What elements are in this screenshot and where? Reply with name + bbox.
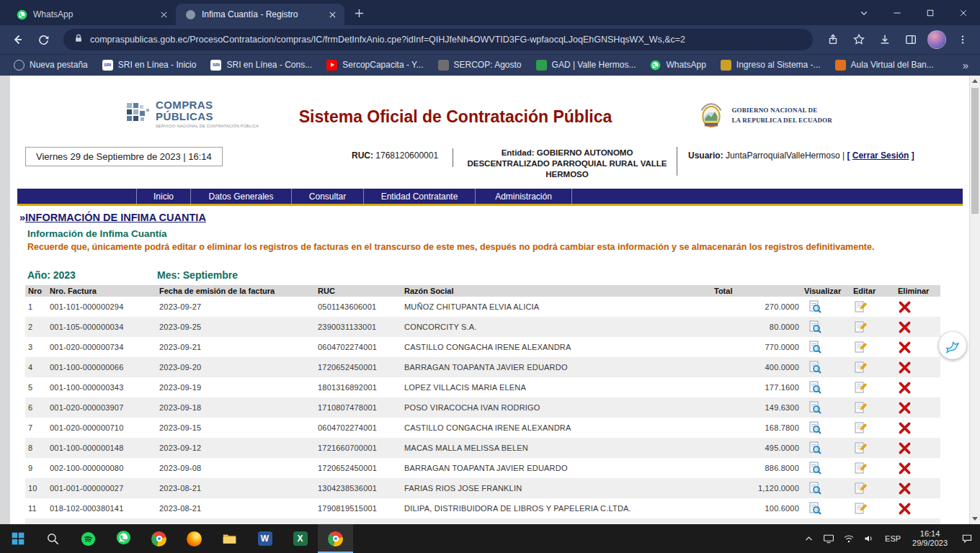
bookmark-star-icon[interactable] (847, 28, 870, 51)
eliminar-icon[interactable] (898, 381, 912, 395)
nav-item-administracion[interactable]: Administración (475, 189, 572, 204)
new-tab-button[interactable] (349, 3, 369, 23)
bookmark-sri-en-linea-inicio[interactable]: SRISRI en Línea - Inicio (96, 57, 203, 73)
cell-eliminar (895, 397, 940, 418)
taskbar-app-firefox[interactable] (177, 524, 212, 553)
visualizar-icon[interactable] (808, 421, 821, 434)
bookmarks-bar-items: Nueva pestañaSRISRI en Línea - InicioSRI… (7, 57, 958, 73)
bookmarks-overflow-chevron[interactable]: » (958, 59, 973, 71)
chrome-icon (151, 531, 166, 547)
floating-capture-widget[interactable] (939, 332, 966, 359)
maximize-button[interactable] (914, 0, 947, 25)
taskbar-app-chrome-active[interactable] (318, 524, 353, 553)
nav-item-entidad-contratante[interactable]: Entidad Contratante (363, 189, 475, 204)
eliminar-icon[interactable] (898, 300, 912, 314)
tray-chevron-up-icon[interactable] (801, 524, 816, 553)
bookmark-sri-en-linea-cons[interactable]: SRISRI en Línea - Cons... (204, 57, 318, 73)
notification-center-icon[interactable] (956, 524, 979, 553)
taskbar-app-word[interactable]: W (247, 524, 282, 553)
eliminar-icon[interactable] (898, 421, 912, 435)
eliminar-icon[interactable] (898, 341, 912, 354)
editar-icon[interactable] (854, 300, 867, 313)
nav-item-consultar[interactable]: Consultar (291, 189, 363, 204)
editar-icon[interactable] (854, 482, 867, 495)
editar-icon[interactable] (854, 401, 867, 414)
taskbar-app-spotify[interactable] (71, 524, 106, 553)
cell-total: 80.0000 (711, 317, 801, 337)
nav-item-inicio[interactable]: Inicio (136, 189, 190, 204)
taskbar-app-whatsapp[interactable] (106, 524, 141, 553)
tab-infima-cuantia[interactable]: Infima Cuantía - Registro (176, 4, 344, 25)
logout-link-text[interactable]: Cerrar Sesión (852, 150, 909, 161)
scroll-up-arrow[interactable] (970, 76, 980, 86)
eliminar-icon[interactable] (898, 462, 912, 475)
back-button[interactable] (6, 28, 29, 51)
bookmark-sercopcapacita-y[interactable]: SercopCapacita - Y... (320, 57, 429, 73)
visualizar-icon[interactable] (808, 401, 821, 414)
editar-icon[interactable] (854, 421, 867, 434)
taskbar-app-chrome[interactable] (141, 524, 177, 553)
taskbar-app-start[interactable] (0, 524, 35, 553)
bookmark-sercop-agosto[interactable]: SERCOP: Agosto (432, 57, 528, 73)
nav-item-datos-generales[interactable]: Datos Generales (190, 189, 291, 204)
eliminar-icon[interactable] (898, 320, 912, 334)
bookmark-whatsapp[interactable]: WhatsApp (643, 57, 712, 73)
visualizar-icon[interactable] (808, 482, 821, 495)
browser-menu-kebab-icon[interactable] (951, 28, 974, 51)
bookmark-aula-virtual-del-ban[interactable]: Aula Virtual del Ban... (829, 57, 940, 73)
scrollbar-thumb[interactable] (971, 88, 979, 214)
editar-icon[interactable] (854, 341, 867, 354)
eliminar-icon[interactable] (898, 502, 912, 516)
tray-network-icon[interactable] (841, 524, 857, 553)
visualizar-icon[interactable] (808, 502, 821, 515)
visualizar-icon[interactable] (808, 381, 821, 394)
profile-avatar[interactable] (925, 28, 948, 51)
bookmark-nueva-pestana[interactable]: Nueva pestaña (7, 57, 94, 73)
taskbar-app-excel[interactable]: X (282, 524, 318, 553)
government-block: GOBIERNO NACIONAL DE LA REPUBLICA DEL EC… (697, 102, 832, 130)
tab-close-icon[interactable] (326, 9, 339, 21)
tray-monitor-icon[interactable] (821, 524, 837, 553)
cell-nro: 8 (25, 438, 47, 458)
address-bar[interactable]: compraspublicas.gob.ec/ProcesoContrataci… (63, 29, 813, 50)
bookmark-gad-valle-hermos[interactable]: GAD | Valle Hermos... (530, 57, 643, 73)
tray-speaker-icon[interactable] (861, 524, 877, 553)
cell-nro: 5 (25, 377, 47, 397)
page-scrollbar[interactable] (969, 76, 980, 524)
taskbar-app-file-explorer[interactable] (212, 524, 247, 553)
visualizar-icon[interactable] (808, 300, 821, 313)
tab-search-chevron-icon[interactable] (847, 0, 881, 25)
editar-icon[interactable] (854, 502, 867, 515)
eliminar-icon[interactable] (898, 482, 912, 495)
language-indicator[interactable]: ESP (881, 534, 904, 543)
logout-link[interactable]: [ Cerrar Sesión ] (847, 150, 914, 161)
tab-close-icon[interactable] (158, 9, 170, 21)
eliminar-icon[interactable] (898, 361, 912, 374)
visualizar-icon[interactable] (808, 361, 821, 374)
invoices-table: NroNro. FacturaFecha de emisión de la fa… (25, 285, 940, 518)
visualizar-icon[interactable] (808, 320, 821, 333)
editar-icon[interactable] (854, 361, 867, 374)
share-icon[interactable] (821, 28, 845, 51)
cell-visualizar (801, 297, 850, 317)
bookmark-ingreso-al-sistema[interactable]: Ingreso al Sistema -... (714, 57, 827, 73)
visualizar-icon[interactable] (808, 441, 821, 454)
visualizar-icon[interactable] (808, 462, 821, 475)
minimize-button[interactable] (881, 0, 914, 25)
tab-whatsapp[interactable]: WhatsApp (7, 4, 176, 25)
visualizar-icon[interactable] (808, 341, 821, 354)
eliminar-icon[interactable] (898, 401, 912, 415)
close-window-button[interactable] (947, 0, 980, 25)
editar-icon[interactable] (854, 320, 867, 333)
eliminar-icon[interactable] (898, 441, 912, 455)
side-panel-icon[interactable] (899, 28, 922, 51)
editar-icon[interactable] (854, 441, 867, 454)
taskbar-app-search[interactable] (35, 524, 71, 553)
editar-icon[interactable] (854, 381, 867, 394)
refresh-button[interactable] (32, 28, 55, 51)
scroll-down-arrow[interactable] (970, 513, 980, 524)
editar-icon[interactable] (854, 462, 867, 475)
download-icon[interactable] (873, 28, 896, 51)
taskbar-clock[interactable]: 16:14 29/9/2023 (909, 529, 951, 548)
screen: WhatsApp Infima Cuantía - Registro com (0, 0, 980, 553)
